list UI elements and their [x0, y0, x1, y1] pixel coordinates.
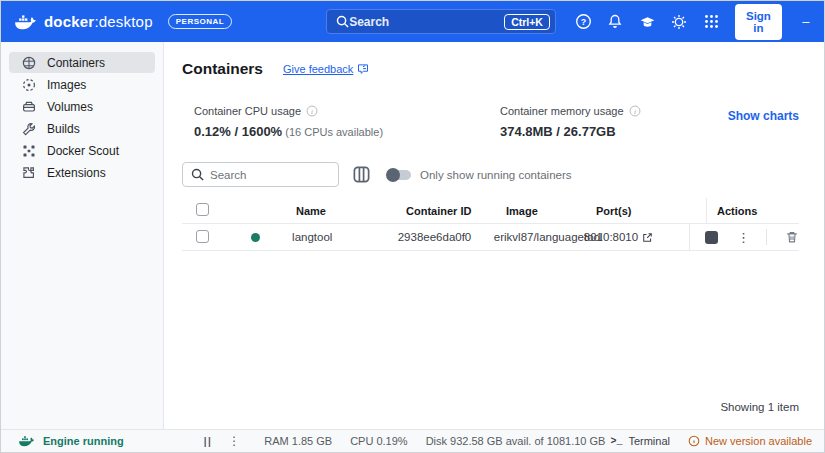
columns-settings-icon[interactable] — [351, 165, 371, 185]
keyboard-shortcut-badge: Ctrl+K — [504, 14, 550, 30]
select-all-checkbox[interactable] — [196, 203, 209, 216]
search-icon — [336, 15, 349, 28]
sidebar-item-label: Volumes — [47, 100, 93, 114]
docker-whale-icon — [15, 14, 37, 30]
give-feedback-label: Give feedback — [283, 63, 353, 75]
header-actions: Actions — [706, 198, 799, 223]
settings-gear-icon[interactable] — [670, 12, 689, 31]
global-search[interactable]: Ctrl+K — [326, 9, 556, 34]
svg-text:i: i — [311, 108, 313, 115]
sidebar-item-images[interactable]: Images — [9, 74, 155, 95]
memory-usage-label: Container memory usage — [500, 105, 624, 117]
disk-usage: Disk 932.58 GB avail. of 1081.10 GB — [426, 435, 606, 447]
running-status-dot — [251, 233, 260, 242]
header-container-id: Container ID — [396, 205, 496, 217]
row-checkbox[interactable] — [196, 230, 209, 243]
containers-icon — [22, 56, 36, 70]
engine-status[interactable]: Engine running — [19, 435, 124, 447]
window-controls: – ✕ — [792, 8, 825, 36]
cpu-available-note: (16 CPUs available) — [282, 126, 383, 138]
apps-grid-icon[interactable] — [702, 12, 721, 31]
actions-divider — [766, 229, 767, 245]
terminal-button[interactable]: >_ Terminal — [610, 435, 670, 447]
show-charts-link[interactable]: Show charts — [728, 109, 799, 123]
cpu-usage-value: 0.12% / 1600% — [194, 124, 282, 139]
sidebar: Containers Images Volumes Builds — [1, 42, 164, 429]
give-feedback-link[interactable]: Give feedback — [283, 63, 369, 75]
sidebar-item-label: Extensions — [47, 166, 106, 180]
container-search[interactable] — [182, 162, 339, 187]
header-ports: Port(s) — [586, 205, 706, 217]
sidebar-item-containers[interactable]: Containers — [9, 52, 155, 73]
sidebar-item-docker-scout[interactable]: Docker Scout — [9, 140, 155, 161]
memory-usage-block: Container memory usage i 374.8MB / 26.77… — [488, 105, 641, 139]
terminal-icon: >_ — [610, 436, 622, 447]
main-content: Containers Give feedback Container CPU u… — [164, 42, 824, 429]
statusbar-more-icon[interactable]: ⋮ — [228, 435, 240, 447]
table-row: langtool 2938ee6da0f0 erikvl87/languaget… — [182, 224, 799, 251]
sidebar-item-builds[interactable]: Builds — [9, 118, 155, 139]
toggle-track[interactable] — [388, 170, 411, 180]
statusbar: Engine running || ⋮ RAM 1.85 GB CPU 0.19… — [1, 429, 824, 452]
help-icon[interactable]: ? — [574, 12, 593, 31]
container-id-cell: 2938ee6da0f0 — [388, 231, 484, 243]
builds-icon — [22, 122, 36, 136]
sidebar-item-label: Docker Scout — [47, 144, 119, 158]
minimize-button[interactable]: – — [792, 8, 820, 36]
images-icon — [22, 78, 36, 92]
container-ports-cell: 8010:8010 — [584, 231, 638, 243]
learning-center-icon[interactable] — [638, 12, 657, 31]
titlebar: docker:desktop PERSONAL Ctrl+K ? — [1, 1, 824, 42]
containers-table: Name Container ID Image Port(s) Actions … — [182, 198, 799, 251]
extensions-puzzle-icon — [22, 166, 36, 180]
app-logo: docker:desktop PERSONAL — [15, 13, 232, 30]
ram-usage: RAM 1.85 GB — [264, 435, 332, 447]
volumes-icon — [22, 100, 36, 114]
new-version-label: New version available — [705, 435, 812, 447]
titlebar-icons: ? — [574, 12, 721, 31]
header-name: Name — [286, 205, 396, 217]
cpu-usage: CPU 0.19% — [350, 435, 407, 447]
open-port-external-link-icon[interactable] — [642, 232, 653, 243]
plan-badge: PERSONAL — [168, 14, 232, 29]
global-search-input[interactable] — [349, 15, 504, 29]
notifications-bell-icon[interactable] — [606, 12, 625, 31]
header-image: Image — [496, 205, 586, 217]
running-only-toggle[interactable]: Only show running containers — [388, 169, 572, 181]
cpu-usage-label: Container CPU usage — [194, 105, 301, 117]
table-header-row: Name Container ID Image Port(s) Actions — [182, 198, 799, 224]
terminal-label: Terminal — [628, 435, 670, 447]
info-icon: i — [629, 105, 641, 117]
engine-status-label: Engine running — [43, 435, 124, 447]
container-search-input[interactable] — [210, 169, 330, 181]
table-item-count: Showing 1 item — [182, 401, 799, 415]
sidebar-item-label: Builds — [47, 122, 80, 136]
delete-container-icon[interactable] — [785, 230, 799, 244]
svg-text:?: ? — [581, 17, 586, 27]
row-more-actions-icon[interactable]: ⋮ — [737, 231, 750, 244]
stop-container-button[interactable] — [705, 231, 718, 244]
feedback-icon — [357, 63, 369, 75]
svg-text:i: i — [634, 108, 636, 115]
page-title: Containers — [182, 60, 263, 78]
toggle-knob — [386, 168, 400, 182]
container-name-link[interactable]: langtool — [282, 231, 388, 243]
memory-usage-value: 374.8MB / 26.77GB — [500, 124, 641, 139]
brand-desktop: desktop — [99, 13, 153, 30]
table-controls: Only show running containers — [182, 162, 799, 187]
sign-in-button[interactable]: Sign in — [735, 4, 782, 40]
engine-whale-icon — [19, 435, 35, 447]
pause-engine-icon[interactable]: || — [204, 436, 213, 447]
sidebar-item-label: Containers — [47, 56, 105, 70]
new-version-link[interactable]: New version available — [688, 435, 812, 447]
sidebar-item-extensions[interactable]: Extensions — [9, 162, 155, 183]
resource-stats: Container CPU usage i 0.12% / 1600% (16 … — [182, 105, 799, 139]
update-info-icon — [688, 435, 700, 447]
container-image-cell: erikvl87/languagetool — [484, 231, 574, 243]
cpu-usage-block: Container CPU usage i 0.12% / 1600% (16 … — [182, 105, 488, 139]
info-icon: i — [306, 105, 318, 117]
search-icon — [191, 168, 204, 181]
docker-desktop-window: docker:desktop PERSONAL Ctrl+K ? — [0, 0, 825, 453]
running-only-label: Only show running containers — [420, 169, 572, 181]
sidebar-item-volumes[interactable]: Volumes — [9, 96, 155, 117]
